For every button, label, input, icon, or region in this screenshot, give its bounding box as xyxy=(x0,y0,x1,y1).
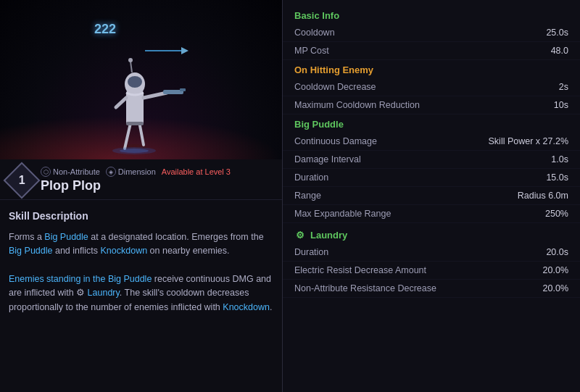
table-row: Duration 15.0s xyxy=(283,169,580,187)
table-row: MP Cost 48.0 xyxy=(283,42,580,60)
on-hitting-header: On Hitting Enemy xyxy=(283,60,580,78)
table-row: Range Radius 6.0m xyxy=(283,187,580,205)
stat-value: 20.0% xyxy=(543,283,568,293)
skill-image-area: 222 xyxy=(0,0,282,159)
svg-point-11 xyxy=(128,58,133,62)
svg-point-9 xyxy=(128,76,142,88)
badge-non-attribute: ⬡ Non-Attribute xyxy=(41,167,100,177)
table-row: Cooldown Decrease 2s xyxy=(283,78,580,96)
skill-badges: ⬡ Non-Attribute ◈ Dimension Available at… xyxy=(41,167,273,177)
stat-label: Non-Attribute Resistance Decrease xyxy=(294,283,436,293)
svg-line-4 xyxy=(144,93,167,98)
table-row: Non-Attribute Resistance Decrease 20.0% xyxy=(283,280,580,298)
big-puddle-link-2: Big Puddle xyxy=(9,246,52,256)
available-level-text: Available at Level 3 xyxy=(162,167,231,176)
big-puddle-rows: Continuous Damage Skill Power x 27.2% Da… xyxy=(283,133,580,223)
svg-line-10 xyxy=(130,62,132,72)
basic-info-header: Basic Info xyxy=(283,6,580,24)
stat-value: 2s xyxy=(559,82,568,92)
stat-label: Damage Interval xyxy=(294,154,361,164)
svg-rect-6 xyxy=(180,88,186,91)
stat-value: 250% xyxy=(545,209,568,219)
stat-value: 25.0s xyxy=(546,28,568,38)
stat-value: 20.0s xyxy=(546,247,568,257)
projectile-effect xyxy=(145,43,188,58)
stat-value: 48.0 xyxy=(551,46,568,56)
table-row: Max Expandable Range 250% xyxy=(283,205,580,223)
stat-label: Duration xyxy=(294,172,328,183)
stat-value: 15.0s xyxy=(546,172,568,183)
left-panel: 222 xyxy=(0,0,283,392)
stat-label: Electric Resist Decrease Amount xyxy=(294,265,426,275)
badge-dimension: ◈ Dimension xyxy=(106,167,156,177)
basic-info-rows: Cooldown 25.0s MP Cost 48.0 xyxy=(283,24,580,60)
description-text-1: Forms a Big Puddle at a designated locat… xyxy=(9,230,273,259)
description-title: Skill Description xyxy=(9,209,273,225)
skill-tags: ⬡ Non-Attribute ◈ Dimension Available at… xyxy=(41,167,273,193)
svg-marker-16 xyxy=(181,47,188,54)
svg-point-14 xyxy=(120,149,149,153)
big-puddle-link-1: Big Puddle xyxy=(44,232,88,242)
skill-name: Plop Plop xyxy=(41,178,273,193)
skill-level-badge: 1 xyxy=(4,162,41,199)
table-row: Damage Interval 1.0s xyxy=(283,151,580,169)
stat-label: Max Expandable Range xyxy=(294,209,391,219)
table-row: Continuous Damage Skill Power x 27.2% xyxy=(283,133,580,151)
table-row: Electric Resist Decrease Amount 20.0% xyxy=(283,262,580,280)
stat-label: Maximum Cooldown Reduction xyxy=(294,100,420,110)
right-panel: Basic Info Cooldown 25.0s MP Cost 48.0 O… xyxy=(283,0,580,392)
dimension-icon: ◈ xyxy=(106,167,116,177)
on-hitting-rows: Cooldown Decrease 2s Maximum Cooldown Re… xyxy=(283,78,580,114)
stat-label: Cooldown xyxy=(294,28,335,38)
stat-value: 1.0s xyxy=(551,154,568,164)
table-row: Cooldown 25.0s xyxy=(283,24,580,42)
svg-rect-12 xyxy=(126,122,144,125)
badge-non-attribute-label: Non-Attribute xyxy=(53,167,100,176)
stat-label: MP Cost xyxy=(294,46,329,56)
badge-dimension-label: Dimension xyxy=(118,167,156,176)
stat-label: Continuous Damage xyxy=(294,136,377,146)
stat-value: Skill Power x 27.2% xyxy=(489,136,568,146)
stat-label: Duration xyxy=(294,247,328,257)
skill-header: 1 ⬡ Non-Attribute ◈ Dimension Available … xyxy=(0,159,282,200)
big-puddle-header: Big Puddle xyxy=(283,114,580,133)
stat-label: Cooldown Decrease xyxy=(294,82,376,92)
skill-level: 1 xyxy=(19,174,25,187)
stat-value: 10s xyxy=(554,100,568,110)
character-sprite xyxy=(94,14,188,159)
knockdown-link-2: Knockdown xyxy=(223,302,270,312)
stat-value: 20.0% xyxy=(543,265,568,275)
laundry-rows: Duration 20.0s Electric Resist Decrease … xyxy=(283,243,580,298)
table-row: Duration 20.0s xyxy=(283,243,580,262)
stat-label: Range xyxy=(294,191,321,201)
skill-description-panel: Skill Description Forms a Big Puddle at … xyxy=(0,200,282,392)
svg-line-7 xyxy=(116,98,126,107)
non-attribute-icon: ⬡ xyxy=(41,167,51,177)
description-text-2: Enemies standing in the Big Puddle recei… xyxy=(9,272,273,314)
laundry-header: ⚙ Laundry xyxy=(283,223,580,243)
stat-value: Radius 6.0m xyxy=(518,191,568,201)
knockdown-link-1: Knockdown xyxy=(100,246,147,256)
enemies-standing-text: Enemies standing in the Big Puddle xyxy=(9,274,152,284)
laundry-link: Laundry xyxy=(88,288,120,298)
laundry-header-text: Laundry xyxy=(310,230,347,241)
laundry-icon: ⚙ xyxy=(294,229,306,241)
table-row: Maximum Cooldown Reduction 10s xyxy=(283,96,580,114)
